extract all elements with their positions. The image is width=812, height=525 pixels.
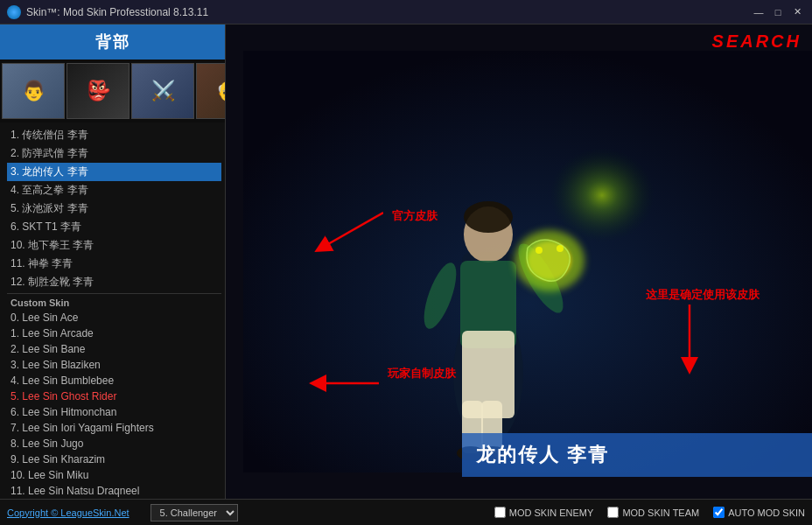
- custom-skin-item[interactable]: 5. Lee Sin Ghost Rider: [7, 388, 221, 404]
- custom-skin-item[interactable]: 10. Lee Sin Miku: [7, 467, 221, 483]
- custom-skin-item[interactable]: 3. Lee Sin Blaziken: [7, 357, 221, 373]
- champion-art: [243, 51, 812, 472]
- mod-team-label: MOD SKIN TEAM: [622, 508, 699, 518]
- maximize-button[interactable]: □: [770, 4, 786, 20]
- skin-item[interactable]: 3. 龙的传人 李青: [7, 163, 221, 181]
- close-button[interactable]: ✕: [789, 4, 805, 20]
- skin-item[interactable]: 11. 神拳 李青: [7, 255, 221, 273]
- art-bg-svg: [243, 51, 812, 472]
- custom-skin-item[interactable]: 0. Lee Sin Ace: [7, 310, 221, 326]
- custom-skin-item[interactable]: 6. Lee Sin Hitmonchan: [7, 404, 221, 420]
- skin-item[interactable]: 2. 防弹武僧 李青: [7, 144, 221, 163]
- auto-mod-checkbox[interactable]: [713, 507, 724, 518]
- skin-item[interactable]: 6. SKT T1 李青: [7, 218, 221, 236]
- champion-thumb-1[interactable]: 👺: [66, 63, 130, 119]
- titlebar-title: Skin™: Mod Skin Professtional 8.13.11: [26, 6, 208, 18]
- skin-item[interactable]: 4. 至高之拳 李青: [7, 181, 221, 200]
- mod-team-group: MOD SKIN TEAM: [607, 507, 699, 518]
- custom-skin-item[interactable]: 11. Lee Sin Natsu Draqneel: [7, 483, 221, 499]
- annotation-confirm: 这里是确定使用该皮肤: [646, 287, 760, 303]
- arrow-custom-svg: [309, 357, 379, 401]
- challenger-select[interactable]: 1. Bronze2. Silver3. Gold4. Platinum5. C…: [150, 504, 238, 522]
- copyright-text: Copyright © LeagueSkin.Net: [7, 508, 130, 518]
- custom-skin-item[interactable]: 7. Lee Sin Iori Yagami Fighters: [7, 420, 221, 436]
- titlebar: Skin™: Mod Skin Professtional 8.13.11 — …: [0, 0, 812, 24]
- left-panel: 背部 👨👺⚔️👴🐉👩🥷👱👦 1. 传统僧侣 李青2. 防弹武僧 李青3. 龙的传…: [0, 24, 226, 525]
- skin-item[interactable]: 1. 传统僧侣 李青: [7, 126, 221, 144]
- minimize-button[interactable]: —: [751, 4, 766, 20]
- art-background: [243, 51, 812, 472]
- mod-enemy-label: MOD SKIN ENEMY: [509, 508, 594, 518]
- champion-thumb-3[interactable]: 👴: [196, 63, 225, 119]
- skin-name-bar[interactable]: 龙的传人 李青: [462, 433, 812, 477]
- custom-skin-item[interactable]: 9. Lee Sin Kharazim: [7, 452, 221, 467]
- main-layout: 背部 👨👺⚔️👴🐉👩🥷👱👦 1. 传统僧侣 李青2. 防弹武僧 李青3. 龙的传…: [0, 24, 812, 525]
- annotation-custom: 玩家自制皮肤: [388, 366, 456, 382]
- svg-point-5: [464, 201, 513, 233]
- svg-point-17: [556, 245, 564, 252]
- skin-list: 1. 传统僧侣 李青2. 防弹武僧 李青3. 龙的传人 李青4. 至高之拳 李青…: [0, 122, 225, 525]
- annotation-official: 官方皮肤: [392, 208, 438, 224]
- titlebar-controls: — □ ✕: [751, 4, 805, 20]
- custom-section-header: Custom Skin: [7, 293, 221, 310]
- svg-point-16: [536, 247, 542, 254]
- custom-skin-item[interactable]: 8. Lee Sin Jugo: [7, 436, 221, 452]
- skin-list-container: 1. 传统僧侣 李青2. 防弹武僧 李青3. 龙的传人 李青4. 至高之拳 李青…: [0, 122, 225, 525]
- search-label[interactable]: SEARCH: [712, 32, 802, 52]
- champion-thumb-2[interactable]: ⚔️: [131, 63, 194, 119]
- panel-header: 背部: [0, 24, 225, 60]
- app-icon: [7, 5, 21, 19]
- svg-line-18: [322, 213, 383, 248]
- skin-item[interactable]: 5. 泳池派对 李青: [7, 200, 221, 218]
- mod-enemy-group: MOD SKIN ENEMY: [494, 507, 594, 518]
- dragon-swirl: [514, 230, 584, 291]
- custom-skin-item[interactable]: 2. Lee Sin Bane: [7, 341, 221, 357]
- arrow-confirm-svg: [663, 304, 716, 374]
- custom-skin-item[interactable]: 4. Lee Sin Bumblebee: [7, 373, 221, 388]
- bottom-bar: Copyright © LeagueSkin.Net 1. Bronze2. S…: [0, 499, 812, 525]
- auto-mod-group: AUTO MOD SKIN: [713, 507, 805, 518]
- custom-skin-item[interactable]: 1. Lee Sin Arcade: [7, 326, 221, 341]
- auto-mod-label: AUTO MOD SKIN: [728, 508, 805, 518]
- skin-item[interactable]: 10. 地下拳王 李青: [7, 236, 221, 255]
- arrow-official-svg: [313, 204, 383, 256]
- champion-thumb-0[interactable]: 👨: [2, 63, 65, 119]
- champion-row: 👨👺⚔️👴🐉👩🥷👱👦: [0, 60, 225, 122]
- skin-item[interactable]: 12. 制胜金靴 李青: [7, 273, 221, 291]
- mod-enemy-checkbox[interactable]: [494, 507, 506, 518]
- titlebar-left: Skin™: Mod Skin Professtional 8.13.11: [7, 5, 208, 19]
- right-panel: SEARCH: [226, 24, 812, 525]
- mod-team-checkbox[interactable]: [607, 507, 619, 518]
